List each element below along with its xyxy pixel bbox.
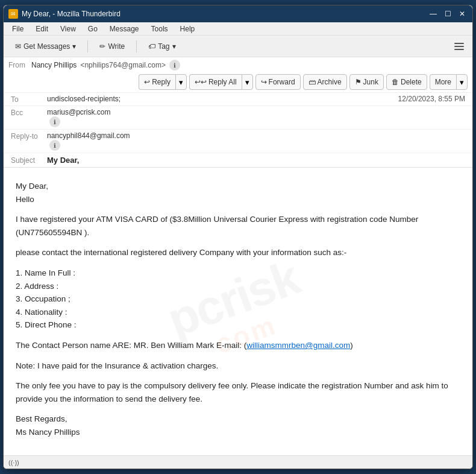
toolbar: ✉ Get Messages ▾ ✏ Write 🏷 Tag ▾ <box>4 36 472 57</box>
tag-label: Tag <box>158 42 169 51</box>
status-icon: ((·)) <box>8 459 19 466</box>
body-paragraph1: I have registered your ATM VISA CARD of … <box>16 213 460 239</box>
statusbar: ((·)) <box>4 455 472 469</box>
from-label: From <box>8 61 25 69</box>
email-header: From Nancy Phillips <nphilips764@gmail.c… <box>4 57 472 168</box>
minimize-button[interactable]: — <box>428 8 439 19</box>
reply-button[interactable]: ↩ Reply <box>139 74 175 90</box>
archive-button[interactable]: 🗃 Archive <box>303 74 347 90</box>
more-button[interactable]: More <box>430 74 456 90</box>
tag-button[interactable]: 🏷 Tag ▾ <box>142 38 182 55</box>
hamburger-menu-button[interactable] <box>451 38 468 55</box>
reply-all-split-button: ↩↩ Reply All ▾ <box>189 74 253 90</box>
reply-dropdown-button[interactable]: ▾ <box>175 74 187 90</box>
toolbar-separator-1 <box>87 40 88 52</box>
get-messages-dropdown-icon: ▾ <box>72 42 76 51</box>
close-button[interactable]: ✕ <box>457 8 468 19</box>
more-split-button: More ▾ <box>430 74 468 90</box>
reply-to-row: Reply-to nancyphil844@gmail.com ℹ <box>4 130 472 153</box>
reply-icon: ↩ <box>144 78 150 86</box>
menu-message[interactable]: Message <box>105 24 144 34</box>
hamburger-line-2 <box>454 46 464 47</box>
body-note: Note: I have paid for the Insurance & ac… <box>16 359 460 373</box>
list-item-5: 5. Direct Phone : <box>16 320 77 329</box>
reply-split-button: ↩ Reply ▾ <box>139 74 187 90</box>
more-label: More <box>435 78 451 86</box>
reply-to-value: nancyphil844@gmail.com ℹ <box>47 131 465 151</box>
to-label: To <box>11 95 47 104</box>
menu-file[interactable]: File <box>7 24 28 34</box>
tag-dropdown-icon: ▾ <box>172 42 176 51</box>
email-date: 12/20/2023, 8:55 PM <box>398 95 465 103</box>
reply-to-label: Reply-to <box>11 131 47 141</box>
menu-help[interactable]: Help <box>175 24 200 34</box>
subject-value: My Dear, <box>47 156 79 165</box>
list-item-4: 4. Nationality : <box>16 308 67 317</box>
body-greeting: My Dear, Hello <box>16 180 460 206</box>
tag-icon: 🏷 <box>148 42 155 51</box>
sender-info-button[interactable]: ℹ <box>169 60 180 71</box>
window-title: My Dear, - Mozilla Thunderbird <box>22 10 121 18</box>
reply-all-button[interactable]: ↩↩ Reply All <box>189 74 242 90</box>
archive-label: Archive <box>318 78 342 86</box>
more-dropdown-button[interactable]: ▾ <box>456 74 468 90</box>
write-button[interactable]: ✏ Write <box>93 38 131 55</box>
junk-icon: ⚑ <box>355 78 362 86</box>
bcc-label: Bcc <box>11 108 47 117</box>
list-item-1: 1. Name In Full : <box>16 268 75 277</box>
forward-button[interactable]: ↪ Forward <box>255 74 301 90</box>
message-actions: ↩ Reply ▾ ↩↩ Reply All ▾ ↪ Forward <box>139 74 468 90</box>
menu-view[interactable]: View <box>55 24 81 34</box>
bcc-value: marius@pcrisk.com ℹ <box>47 108 465 127</box>
reply-all-dropdown-button[interactable]: ▾ <box>242 74 253 90</box>
maximize-button[interactable]: ☐ <box>442 8 453 19</box>
app-icon: ✉ <box>8 9 18 19</box>
email-body: pcrisk com My Dear, Hello I have registe… <box>4 168 472 455</box>
titlebar-left: ✉ My Dear, - Mozilla Thunderbird <box>8 9 121 19</box>
menu-edit[interactable]: Edit <box>31 24 53 34</box>
body-signature: Best Regards, Ms Nancy Phillips <box>16 412 460 438</box>
email-action-row: From Nancy Phillips <nphilips764@gmail.c… <box>4 57 472 93</box>
bcc-info-button[interactable]: ℹ <box>49 116 60 127</box>
write-label: Write <box>108 42 125 51</box>
bcc-row: Bcc marius@pcrisk.com ℹ <box>4 106 472 130</box>
menubar: File Edit View Go Message Tools Help <box>4 22 472 36</box>
contact-email-link[interactable]: williamsmmrben@gmail.com <box>246 341 350 350</box>
forward-icon: ↪ <box>261 78 267 86</box>
junk-button[interactable]: ⚑ Junk <box>349 74 384 90</box>
main-window: ✉ My Dear, - Mozilla Thunderbird — ☐ ✕ F… <box>3 5 473 469</box>
archive-icon: 🗃 <box>308 78 316 86</box>
body-paragraph2: please contact the international registe… <box>16 246 460 259</box>
delete-label: Delete <box>401 78 422 86</box>
hamburger-line-1 <box>454 43 464 44</box>
list-item-3: 3. Occupation ; <box>16 294 70 303</box>
get-messages-label: Get Messages <box>23 42 70 51</box>
delete-button[interactable]: 🗑 Delete <box>386 74 427 90</box>
toolbar-separator-2 <box>136 40 137 52</box>
from-email: <nphilips764@gmail.com> <box>80 61 166 69</box>
titlebar: ✉ My Dear, - Mozilla Thunderbird — ☐ ✕ <box>4 5 472 22</box>
pencil-icon: ✏ <box>99 42 105 51</box>
from-name: Nancy Phillips <box>31 61 77 69</box>
menu-go[interactable]: Go <box>83 24 102 34</box>
list-item-2: 2. Address : <box>16 282 58 291</box>
reply-label: Reply <box>152 78 171 86</box>
reply-all-label: Reply All <box>208 78 237 86</box>
subject-label: Subject <box>11 156 47 165</box>
junk-label: Junk <box>363 78 378 86</box>
titlebar-controls: — ☐ ✕ <box>428 8 468 19</box>
reply-to-info-button[interactable]: ℹ <box>49 140 60 151</box>
body-fee-note: The only fee you have to pay is the comp… <box>16 379 460 405</box>
to-row: To undisclosed-recipients; 12/20/2023, 8… <box>4 93 472 106</box>
get-messages-button[interactable]: ✉ Get Messages ▾ <box>8 38 83 55</box>
trash-icon: 🗑 <box>392 78 399 86</box>
hamburger-line-3 <box>454 49 464 50</box>
envelope-icon: ✉ <box>15 42 21 51</box>
reply-all-icon: ↩↩ <box>195 78 207 86</box>
body-list: 1. Name In Full : 2. Address : 3. Occupa… <box>16 267 460 332</box>
forward-label: Forward <box>269 78 295 86</box>
to-value: undisclosed-recipients; <box>47 95 398 103</box>
subject-row: Subject My Dear, <box>4 153 472 167</box>
menu-tools[interactable]: Tools <box>146 24 173 34</box>
body-contact: The Contact Person name ARE: MR. Ben Wil… <box>16 339 460 352</box>
